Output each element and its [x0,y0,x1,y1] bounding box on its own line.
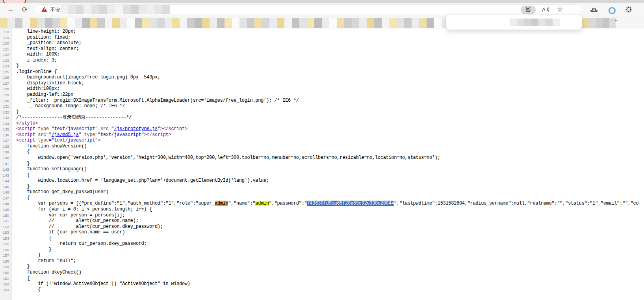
line-number: 155 [0,241,11,247]
code-line: 143 { [0,172,644,178]
mosaic-cell [517,19,524,26]
code-text: { [11,149,30,155]
line-number: 148 [0,201,11,207]
code-text: width: 100%; [11,52,59,58]
code-line: 120 _position: absolute; [0,40,644,46]
code-line: 135<script type="text/javascript" src="/… [0,126,644,132]
line-number: 154 [0,235,11,241]
mosaic-cell [97,18,105,28]
mosaic-cell [7,18,15,28]
refresh-icon[interactable]: ⟳ [19,3,31,16]
not-secure-label: 不安 [50,7,60,13]
find-in-page-icon [525,6,531,14]
mosaic-cell [589,18,596,28]
mosaic-cell [210,18,217,28]
code-text: <script src="/js/md5.js" type="text/java… [11,132,171,138]
code-line: 150 var cur_person = persons[i]; [0,212,644,218]
mosaic-cell [120,18,127,28]
line-number: 152 [0,224,11,230]
mosaic-cell [52,18,60,28]
line-number: 138 [0,143,11,149]
mosaic-cell [68,5,76,14]
code-line: 141 } [0,161,644,167]
code-text: </style> [11,121,38,127]
mosaic-cell [67,18,75,28]
favorites-star-icon[interactable]: ☆ [557,5,563,13]
code-text: // alert(cur_person.dkey_password); [11,224,163,230]
code-line: 138 function showVersion() [0,143,644,149]
view-source-pane[interactable]: 118 line-height: 28px;119 position: fixe… [0,28,644,300]
code-text: } [11,247,52,253]
mosaic-cell [583,18,589,28]
mosaic-cell [154,5,162,14]
mosaic-cell [131,5,139,14]
line-number: 132 [0,109,11,115]
find-on-page-button[interactable] [521,6,536,14]
mosaic-cell [99,5,107,14]
mosaic-cell [76,5,84,14]
mosaic-cell [22,18,30,28]
line-number: 119 [0,35,11,41]
code-line: 119 position: fixed; [0,35,644,41]
code-text: } [11,161,30,167]
code-line: 158 return "null"; [0,258,644,264]
line-number: 139 [0,149,11,155]
code-line: 137<script type="text/javascript"> [0,138,644,143]
source-link[interactable]: /js/prototype.js [114,126,157,132]
line-number: 163 [0,287,11,293]
code-text: } [11,63,19,69]
mosaic-cell [162,5,170,14]
code-text: function get_dkey_passwd(user) [11,189,109,195]
code-text: } [11,109,19,115]
mosaic-cell [337,18,344,28]
mosaic-cell [322,18,329,28]
mosaic-cell [299,18,307,28]
mosaic-cell [603,18,609,28]
line-number: 135 [0,126,11,132]
address-bar[interactable]: 不安 A ☆ [35,4,582,15]
mosaic-cell [90,18,97,28]
source-link[interactable]: /js/md5.js [52,132,79,138]
code-text: function dkeyCheck() [11,270,82,276]
read-aloud-icon[interactable]: A [542,6,550,14]
not-secure-warning-icon[interactable] [41,6,48,14]
line-number: 153 [0,229,11,235]
tab-strip [0,0,644,3]
find-on-page-popup[interactable] [446,15,582,30]
code-line: 147 { [0,195,644,201]
mosaic-cell [374,18,382,28]
line-number: 126 [0,75,11,80]
mosaic-cell [139,5,147,14]
code-text: /*---------------登录页结束---------------*/ [11,115,132,121]
code-line: 124} [0,63,644,69]
mosaic-cell [254,18,262,28]
line-number: 118 [0,29,11,35]
code-text: } [11,252,41,258]
settings-gear-icon[interactable] [625,6,632,14]
line-number: 141 [0,161,11,167]
line-number: 149 [0,207,11,212]
code-text: var cur_person = persons[i]; [11,212,125,218]
code-text: if (cur_person.name == user) [11,229,125,235]
mosaic-cell [531,19,538,26]
line-number: 157 [0,252,11,258]
code-line: 152 // alert(cur_person.dkey_password); [0,224,644,230]
line-number: 128 [0,86,11,92]
mosaic-cell [60,18,67,28]
code-line: 144 window.location.href = 'language_set… [0,178,644,184]
mosaic-cell [135,18,142,28]
code-text: .login-online { [11,69,57,75]
code-line: 155 return cur_person.dkey_password; [0,241,644,247]
code-line: 130 _filter: progid:DXImageTransform.Mic… [0,98,644,104]
mosaic-cell [247,18,254,28]
code-text: // alert(cur_person.name); [11,218,139,224]
code-text: display:inline-block; [11,80,84,86]
mosaic-cell [45,18,52,28]
bookmarks-overflow-chevron-icon[interactable]: » [614,18,617,22]
code-text: { [11,235,52,241]
mosaic-cell [352,18,359,28]
mosaic-cell [359,18,367,28]
back-icon[interactable]: ← [4,3,17,16]
blue-ring-extension-icon[interactable] [609,7,616,14]
hat-extension-icon[interactable] [590,7,598,14]
